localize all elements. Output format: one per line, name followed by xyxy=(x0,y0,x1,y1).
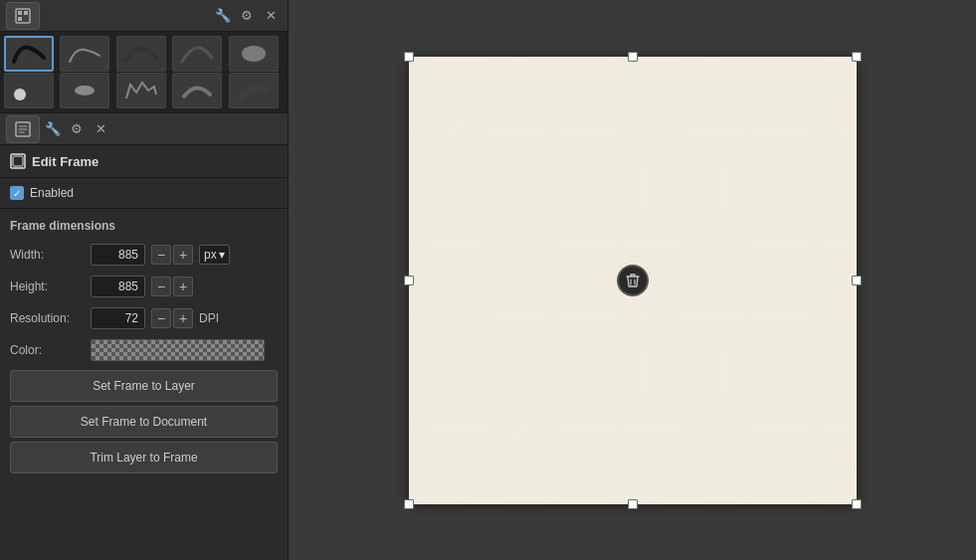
resolution-stepper: − + xyxy=(151,308,193,328)
trash-icon xyxy=(626,273,640,288)
brush-panel-close-icon[interactable]: ✕ xyxy=(260,5,282,27)
canvas-area xyxy=(289,0,976,560)
handle-bottom-middle[interactable] xyxy=(628,499,638,509)
height-label: Height: xyxy=(10,280,85,293)
brush-thumb[interactable] xyxy=(172,36,222,72)
edit-frame-options-icon[interactable]: ⚙ xyxy=(66,118,88,140)
width-decrease-btn[interactable]: − xyxy=(151,245,171,265)
height-stepper: − + xyxy=(151,277,193,296)
brush-thumb[interactable] xyxy=(4,36,54,72)
handle-top-middle[interactable] xyxy=(628,52,638,62)
height-input[interactable] xyxy=(91,276,145,297)
resolution-decrease-btn[interactable]: − xyxy=(151,308,171,328)
brush-thumb[interactable] xyxy=(229,73,279,108)
width-input[interactable] xyxy=(91,244,145,266)
edit-frame-label: Edit Frame xyxy=(32,154,98,169)
brush-settings-icon[interactable]: 🔧 xyxy=(212,5,234,27)
height-row: Height: − + xyxy=(0,271,288,302)
handle-top-right[interactable] xyxy=(852,52,862,62)
dimensions-title: Frame dimensions xyxy=(0,209,288,239)
enabled-label: Enabled xyxy=(30,186,74,200)
enabled-checkbox[interactable]: ✓ xyxy=(10,186,24,200)
height-decrease-btn[interactable]: − xyxy=(151,277,171,296)
svg-rect-3 xyxy=(18,17,22,21)
width-row: Width: − + px ▾ xyxy=(0,239,288,271)
width-label: Width: xyxy=(10,248,85,262)
brush-thumb[interactable] xyxy=(172,73,222,108)
brush-thumb[interactable] xyxy=(60,73,109,108)
brush-thumb[interactable] xyxy=(229,36,279,72)
color-label: Color: xyxy=(10,343,85,357)
brush-options-icon[interactable]: ⚙ xyxy=(236,5,258,27)
width-unit-label: px xyxy=(204,248,217,262)
width-unit-chevron: ▾ xyxy=(219,248,225,262)
brush-thumb[interactable] xyxy=(60,36,109,72)
handle-bottom-right[interactable] xyxy=(852,499,862,509)
resolution-increase-btn[interactable]: + xyxy=(173,308,193,328)
svg-rect-9 xyxy=(13,156,23,166)
handle-bottom-left[interactable] xyxy=(404,499,414,509)
brush-grid xyxy=(0,32,288,112)
set-frame-to-document-button[interactable]: Set Frame to Document xyxy=(10,406,278,438)
edit-frame-title-row: Edit Frame xyxy=(0,145,288,178)
resolution-input[interactable] xyxy=(91,307,145,329)
edit-frame-toolbar: 🔧 ⚙ ✕ xyxy=(0,113,288,145)
svg-rect-2 xyxy=(24,11,28,15)
frame-icon xyxy=(10,153,26,169)
brush-presets-panel: 🔧 ⚙ ✕ xyxy=(0,0,288,113)
resolution-row: Resolution: − + DPI xyxy=(0,302,288,334)
handle-middle-left[interactable] xyxy=(404,276,414,285)
brush-panel-toolbar: 🔧 ⚙ ✕ xyxy=(0,0,288,32)
color-swatch[interactable] xyxy=(91,339,265,361)
edit-frame-close-icon[interactable]: ✕ xyxy=(90,118,111,140)
handle-middle-right[interactable] xyxy=(852,276,862,285)
dpi-label: DPI xyxy=(199,311,219,325)
width-increase-btn[interactable]: + xyxy=(173,245,193,265)
svg-point-6 xyxy=(75,86,95,95)
brush-thumb[interactable] xyxy=(116,36,166,72)
set-frame-to-layer-button[interactable]: Set Frame to Layer xyxy=(10,370,278,402)
left-panel: 🔧 ⚙ ✕ xyxy=(0,0,289,560)
trim-layer-to-frame-button[interactable]: Trim Layer to Frame xyxy=(10,442,278,473)
delete-frame-button[interactable] xyxy=(617,265,649,296)
height-increase-btn[interactable]: + xyxy=(173,277,193,296)
brush-thumb[interactable] xyxy=(116,73,166,108)
svg-point-5 xyxy=(14,89,26,100)
resolution-label: Resolution: xyxy=(10,311,85,325)
enabled-row: ✓ Enabled xyxy=(0,178,288,209)
width-stepper: − + xyxy=(151,245,193,265)
handle-top-left[interactable] xyxy=(404,52,414,62)
edit-frame-tab[interactable] xyxy=(6,115,40,143)
color-row: Color: xyxy=(0,334,288,366)
edit-frame-settings-icon[interactable]: 🔧 xyxy=(42,118,64,140)
brush-thumb[interactable] xyxy=(4,73,54,108)
width-unit-select[interactable]: px ▾ xyxy=(199,245,230,265)
frame-container xyxy=(409,57,857,504)
svg-rect-1 xyxy=(18,11,22,15)
edit-frame-panel: 🔧 ⚙ ✕ Edit Frame ✓ Enabled Frame dimensi… xyxy=(0,113,288,560)
svg-point-4 xyxy=(242,46,266,62)
brush-preset-tab[interactable] xyxy=(6,2,40,30)
